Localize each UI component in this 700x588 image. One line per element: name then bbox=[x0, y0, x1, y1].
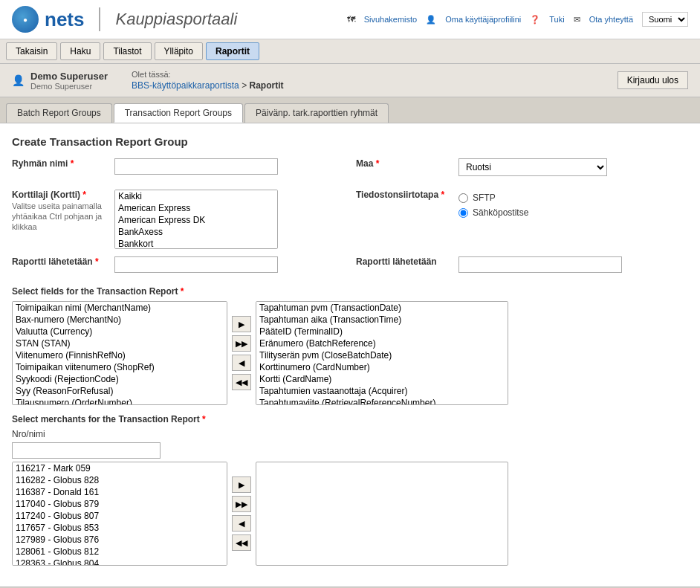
country-select[interactable]: Ruotsi Suomi Norja Tanska bbox=[458, 158, 607, 176]
row-card-transfer: Korttilaji (Kortti) * Valitse useita pai… bbox=[12, 190, 688, 249]
required-marker: * bbox=[71, 158, 74, 169]
reports-button[interactable]: Raportit bbox=[206, 42, 259, 60]
transfer-method-label: Tiedostonsiirtotapa * bbox=[356, 190, 453, 200]
merchants-remove-one-button[interactable]: ◀ bbox=[232, 515, 251, 532]
tabs-bar: Batch Report Groups Transaction Report G… bbox=[0, 97, 700, 123]
col-transfer-method: Tiedostonsiirtotapa * SFTP Sähköpostitse bbox=[356, 190, 688, 218]
user-sub: Demo Superuser bbox=[30, 82, 108, 91]
nets-logo-icon: ● bbox=[12, 6, 39, 33]
email-radio[interactable] bbox=[458, 208, 468, 218]
mail-icon: ✉ bbox=[574, 15, 580, 25]
back-button[interactable]: Takaisin bbox=[6, 42, 57, 60]
navbar: Takaisin Haku Tilastot Ylläpito Raportit bbox=[0, 39, 700, 64]
sitemap-icon: 🗺 bbox=[347, 15, 355, 24]
send-report-right-field: Raportti lähetetään bbox=[356, 256, 688, 273]
fields-right-list[interactable]: Tapahtuman pvm (TransactionDate) Tapahtu… bbox=[256, 301, 508, 405]
fields-remove-one-button[interactable]: ◀ bbox=[232, 355, 251, 371]
header-divider bbox=[99, 7, 100, 31]
tab-transaction[interactable]: Transaction Report Groups bbox=[114, 103, 243, 123]
card-type-sublabel1: Valitse useita painamalla bbox=[12, 201, 108, 210]
merchants-right-list[interactable] bbox=[256, 462, 508, 566]
email-label: Sähköpostitse bbox=[473, 207, 528, 218]
logout-button[interactable]: Kirjaudu ulos bbox=[618, 71, 688, 89]
merchants-add-all-button[interactable]: ▶▶ bbox=[232, 496, 251, 512]
card-type-sublabel3: klikkaa bbox=[12, 222, 108, 231]
sitemap-link[interactable]: Sivuhakemisto bbox=[364, 15, 418, 24]
admin-button[interactable]: Ylläpito bbox=[155, 42, 203, 60]
form-title: Create Transaction Report Group bbox=[12, 135, 688, 148]
country-label: Maa * bbox=[356, 158, 453, 169]
stats-button[interactable]: Tilastot bbox=[103, 42, 151, 60]
sftp-radio[interactable] bbox=[458, 193, 468, 203]
fields-section: Select fields for the Transaction Report… bbox=[12, 286, 688, 405]
user-name: Demo Superuser bbox=[30, 71, 108, 82]
merchants-remove-all-button[interactable]: ◀◀ bbox=[232, 534, 251, 551]
required-marker2: * bbox=[376, 158, 380, 169]
language-select[interactable]: Suomi bbox=[642, 12, 688, 27]
group-name-field: Ryhmän nimi * bbox=[12, 158, 344, 175]
sftp-label: SFTP bbox=[473, 193, 496, 203]
merchants-left-list[interactable]: 116217 - Mark 059 116282 - Globus 828 11… bbox=[12, 462, 227, 566]
country-field: Maa * Ruotsi Suomi Norja Tanska bbox=[356, 158, 688, 176]
card-type-label-block: Korttilaji (Kortti) * Valitse useita pai… bbox=[12, 190, 108, 233]
fields-transfer-buttons: ▶ ▶▶ ◀ ◀◀ bbox=[232, 316, 251, 390]
col-card-type: Korttilaji (Kortti) * Valitse useita pai… bbox=[12, 190, 344, 249]
tab-batch[interactable]: Batch Report Groups bbox=[6, 103, 112, 123]
send-report-left-field: Raportti lähetetään * bbox=[12, 256, 344, 273]
merchants-title: Select merchants for the Transaction Rep… bbox=[12, 414, 688, 424]
search-button[interactable]: Haku bbox=[60, 42, 100, 60]
col-send-left: Raportti lähetetään * bbox=[12, 256, 344, 279]
merchant-search-input[interactable] bbox=[12, 442, 161, 459]
you-are-here-label: Olet tässä: bbox=[132, 70, 283, 79]
header-links: 🗺 Sivuhakemisto 👤 Oma käyttäjäprofiilini… bbox=[347, 12, 688, 27]
brand-name: nets bbox=[45, 8, 84, 31]
fields-left-list[interactable]: Toimipaikan nimi (MerchantName) Bax-nume… bbox=[12, 301, 227, 405]
col-send-right: Raportti lähetetään bbox=[356, 256, 688, 279]
header: ● nets Kauppiasportaali 🗺 Sivuhakemisto … bbox=[0, 0, 700, 39]
breadcrumb-path: BBS-käyttöpaikkaraportista > Raportit bbox=[132, 80, 283, 91]
send-report-right-label: Raportti lähetetään bbox=[356, 256, 453, 267]
user-icon: 👤 bbox=[426, 15, 436, 25]
breadcrumb-separator: > bbox=[242, 80, 247, 91]
logo-area: ● nets Kauppiasportaali bbox=[12, 6, 237, 33]
card-type-select[interactable]: Kaikki American Express American Express… bbox=[114, 190, 278, 249]
row-send-report: Raportti lähetetään * Raportti lähetetää… bbox=[12, 256, 688, 279]
merchant-search: Nro/nimi bbox=[12, 429, 688, 439]
send-report-left-input[interactable] bbox=[114, 256, 278, 273]
fields-transfer: Toimipaikan nimi (MerchantName) Bax-nume… bbox=[12, 301, 688, 405]
help-icon: ❓ bbox=[530, 15, 540, 25]
support-link[interactable]: Tuki bbox=[549, 15, 564, 24]
send-report-left-label: Raportti lähetetään * bbox=[12, 256, 108, 267]
breadcrumb-current: Raportit bbox=[249, 80, 283, 91]
merchants-transfer: 116217 - Mark 059 116282 - Globus 828 11… bbox=[12, 462, 688, 566]
merchants-section: Select merchants for the Transaction Rep… bbox=[12, 414, 688, 566]
user-details: Demo Superuser Demo Superuser bbox=[30, 71, 108, 91]
tab-daily[interactable]: Päivänp. tark.raporttien ryhmät bbox=[244, 103, 389, 123]
col-country: Maa * Ruotsi Suomi Norja Tanska bbox=[356, 158, 688, 182]
group-name-input[interactable] bbox=[114, 158, 278, 175]
col-group-name: Ryhmän nimi * bbox=[12, 158, 344, 181]
sftp-radio-row: SFTP bbox=[458, 193, 528, 203]
breadcrumb: Olet tässä: BBS-käyttöpaikkaraportista >… bbox=[132, 70, 283, 91]
merchant-search-row bbox=[12, 442, 688, 459]
group-name-label: Ryhmän nimi * bbox=[12, 158, 108, 169]
merchants-transfer-buttons: ▶ ▶▶ ◀ ◀◀ bbox=[232, 476, 251, 551]
fields-title: Select fields for the Transaction Report… bbox=[12, 286, 688, 297]
user-bar: 👤 Demo Superuser Demo Superuser Olet täs… bbox=[0, 64, 700, 97]
card-type-label: Korttilaji (Kortti) * bbox=[12, 190, 108, 200]
merchants-add-one-button[interactable]: ▶ bbox=[232, 476, 251, 493]
fields-add-one-button[interactable]: ▶ bbox=[232, 316, 251, 332]
card-type-sublabel2: yhtäaikaa Ctrl pohjaan ja bbox=[12, 212, 108, 221]
email-radio-row: Sähköpostitse bbox=[458, 207, 528, 218]
fields-add-all-button[interactable]: ▶▶ bbox=[232, 335, 251, 352]
send-report-right-input[interactable] bbox=[458, 256, 622, 273]
transfer-method-radios: SFTP Sähköpostitse bbox=[458, 193, 528, 218]
profile-link[interactable]: Oma käyttäjäprofiilini bbox=[445, 15, 521, 24]
portal-name: Kauppiasportaali bbox=[115, 10, 237, 29]
breadcrumb-link[interactable]: BBS-käyttöpaikkaraportista bbox=[132, 80, 239, 91]
fields-remove-all-button[interactable]: ◀◀ bbox=[232, 374, 251, 390]
user-avatar-icon: 👤 bbox=[12, 74, 25, 86]
contact-link[interactable]: Ota yhteyttä bbox=[589, 15, 633, 24]
row-group-country: Ryhmän nimi * Maa * Ruotsi Suomi Norja T… bbox=[12, 158, 688, 182]
user-info: 👤 Demo Superuser Demo Superuser bbox=[12, 71, 108, 91]
